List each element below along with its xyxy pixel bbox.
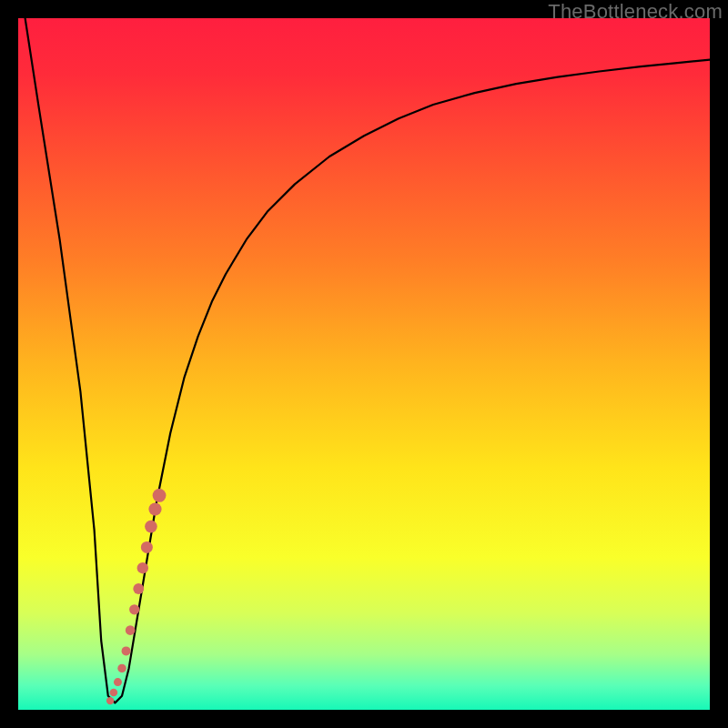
highlight-dot: [114, 678, 122, 686]
highlight-dot: [133, 583, 144, 594]
highlight-dot: [141, 541, 153, 553]
highlight-dot: [122, 646, 131, 655]
highlight-dot: [137, 562, 148, 573]
highlight-dot: [126, 625, 136, 635]
highlight-dot: [117, 664, 126, 672]
bottleneck-curve: [25, 18, 710, 703]
highlight-dot: [148, 503, 161, 516]
curve-layer: [18, 18, 710, 710]
highlight-dot: [129, 604, 139, 614]
highlight-dot: [106, 697, 114, 704]
highlight-dot: [110, 689, 118, 697]
highlight-dot: [153, 489, 167, 502]
highlight-dots: [106, 489, 167, 704]
plot-area: [18, 18, 710, 710]
highlight-dot: [145, 521, 157, 533]
chart-stage: TheBottleneck.com: [0, 0, 728, 728]
